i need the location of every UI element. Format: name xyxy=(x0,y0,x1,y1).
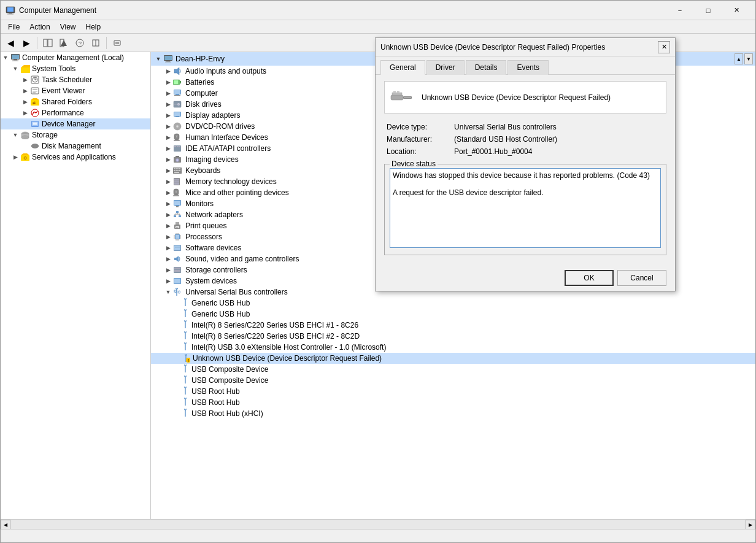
dialog-close-button[interactable]: ✕ xyxy=(658,41,670,53)
usb-child-10[interactable]: USB Root Hub (xHCI) xyxy=(151,408,755,419)
up-button[interactable] xyxy=(56,36,71,50)
tree-performance[interactable]: ▶ Performance xyxy=(1,107,150,118)
tree-event-viewer[interactable]: ▶ Event Viewer xyxy=(1,85,150,96)
usb-plug-icon-2 xyxy=(182,320,189,331)
ok-button[interactable]: OK xyxy=(565,270,614,286)
performance-expand[interactable]: ▶ xyxy=(20,108,30,118)
status-bar xyxy=(1,529,755,542)
task-scheduler-expand[interactable]: ▶ xyxy=(20,75,30,85)
network-label: Network adapters xyxy=(185,210,243,219)
ide-expand[interactable]: ▶ xyxy=(163,144,173,153)
usb-child-0[interactable]: Generic USB Hub xyxy=(151,298,755,309)
hscroll-right[interactable]: ▶ xyxy=(746,520,755,530)
close-button[interactable]: ✕ xyxy=(722,1,750,20)
scroll-up-btn[interactable]: ▲ xyxy=(735,53,743,64)
event-viewer-expand[interactable]: ▶ xyxy=(20,86,30,96)
usb-child-8[interactable]: USB Root Hub xyxy=(151,386,755,397)
location-label: Location: xyxy=(384,145,452,158)
dvd-expand[interactable]: ▶ xyxy=(163,121,173,131)
usb-child-9[interactable]: USB Root Hub xyxy=(151,397,755,408)
menu-action[interactable]: Action xyxy=(25,21,55,33)
storage-ctrl-expand[interactable]: ▶ xyxy=(163,265,173,275)
device-manager-expand[interactable] xyxy=(20,119,30,129)
system-tools-expand[interactable]: ▼ xyxy=(10,64,20,74)
storage-expand[interactable]: ▼ xyxy=(10,130,20,140)
help-button[interactable]: ? xyxy=(72,36,87,50)
usb-child-7[interactable]: USB Composite Device xyxy=(151,375,755,386)
sound-label: Sound, video and game controllers xyxy=(185,255,299,263)
processors-expand[interactable]: ▶ xyxy=(163,232,173,242)
device-status-textarea[interactable] xyxy=(390,168,661,248)
computer-expand[interactable]: ▶ xyxy=(163,88,173,98)
tree-root[interactable]: ▼ Computer Management (Local) xyxy=(1,52,150,63)
shared-folders-expand[interactable]: ▶ xyxy=(20,97,30,107)
display-expand[interactable]: ▶ xyxy=(163,110,173,120)
usb-plug-icon-1 xyxy=(182,309,189,320)
tree-task-scheduler[interactable]: ▶ Task Scheduler xyxy=(1,74,150,85)
monitors-expand[interactable]: ▶ xyxy=(163,199,173,209)
export-button[interactable] xyxy=(88,36,103,50)
disk-drives-expand[interactable]: ▶ xyxy=(163,99,173,109)
tab-details[interactable]: Details xyxy=(466,60,507,75)
properties-button[interactable] xyxy=(110,36,125,50)
right-root-expand[interactable]: ▼ xyxy=(153,54,163,64)
print-icon xyxy=(173,221,183,231)
network-expand[interactable]: ▶ xyxy=(163,210,173,220)
svg-rect-47 xyxy=(165,62,171,63)
tab-driver[interactable]: Driver xyxy=(426,60,465,75)
tree-system-tools[interactable]: ▼ System Tools xyxy=(1,63,150,74)
system-tools-label: System Tools xyxy=(32,64,75,73)
svg-rect-46 xyxy=(166,61,170,62)
usb-child-label-10: USB Root Hub (xHCI) xyxy=(191,409,263,418)
batteries-expand[interactable]: ▶ xyxy=(163,77,173,87)
minimize-button[interactable]: − xyxy=(666,1,694,20)
hscroll-left[interactable]: ◀ xyxy=(1,520,10,530)
tree-device-manager[interactable]: Device Manager xyxy=(1,118,150,129)
menu-view[interactable]: View xyxy=(55,21,81,33)
usb-child-6[interactable]: USB Composite Device xyxy=(151,364,755,375)
cancel-button[interactable]: Cancel xyxy=(617,270,666,286)
mice-expand[interactable]: ▶ xyxy=(163,188,173,198)
root-expand[interactable]: ▼ xyxy=(1,53,10,63)
back-button[interactable]: ◀ xyxy=(3,36,18,50)
hscroll-track[interactable] xyxy=(10,520,746,529)
svg-rect-87 xyxy=(174,172,179,173)
maximize-button[interactable]: □ xyxy=(694,1,722,20)
usb-child-5[interactable]: ! Unknown USB Device (Device Descriptor … xyxy=(151,353,755,364)
keyboards-expand[interactable]: ▶ xyxy=(163,166,173,175)
system-devices-expand[interactable]: ▶ xyxy=(163,276,173,286)
usb-child-1[interactable]: Generic USB Hub xyxy=(151,309,755,320)
usb-child-2[interactable]: Intel(R) 8 Series/C220 Series USB EHCI #… xyxy=(151,320,755,331)
tree-services[interactable]: ▶ ⚙ Services and Applications xyxy=(1,152,150,163)
tab-events[interactable]: Events xyxy=(507,60,549,75)
usb-child-3[interactable]: Intel(R) 8 Series/C220 Series USB EHCI #… xyxy=(151,331,755,342)
tree-disk-management[interactable]: Disk Management xyxy=(1,141,150,152)
memory-expand[interactable]: ▶ xyxy=(163,177,173,187)
imaging-expand[interactable]: ▶ xyxy=(163,155,173,164)
sound-expand[interactable]: ▶ xyxy=(163,254,173,264)
svg-rect-17 xyxy=(14,60,17,61)
forward-button[interactable]: ▶ xyxy=(19,36,34,50)
usb-expand[interactable]: ▼ xyxy=(163,287,173,297)
device-status-group: Device status xyxy=(384,164,666,255)
hid-expand[interactable]: ▶ xyxy=(163,133,173,142)
disk-mgmt-expand[interactable] xyxy=(20,141,30,151)
tree-shared-folders[interactable]: ▶ ⇄ Shared Folders xyxy=(1,96,150,107)
scroll-down-btn[interactable]: ▼ xyxy=(744,53,753,64)
software-expand[interactable]: ▶ xyxy=(163,243,173,253)
usb-child-4[interactable]: Intel(R) USB 3.0 eXtensible Host Control… xyxy=(151,342,755,353)
menu-file[interactable]: File xyxy=(3,21,25,33)
toolbar-separator-1 xyxy=(37,37,37,49)
storage-icon xyxy=(20,130,30,140)
print-expand[interactable]: ▶ xyxy=(163,221,173,231)
svg-point-77 xyxy=(177,160,179,161)
services-expand[interactable]: ▶ xyxy=(10,152,20,162)
show-hide-console-button[interactable] xyxy=(40,36,55,50)
horizontal-scroll-bar[interactable]: ◀ ▶ xyxy=(1,519,755,529)
performance-label: Performance xyxy=(42,109,84,117)
tree-storage[interactable]: ▼ Storage xyxy=(1,129,150,141)
audio-expand[interactable]: ▶ xyxy=(163,66,173,76)
tab-general[interactable]: General xyxy=(380,60,425,75)
device-header-name: Unknown USB Device (Device Descriptor Re… xyxy=(422,93,611,102)
menu-help[interactable]: Help xyxy=(81,21,106,33)
